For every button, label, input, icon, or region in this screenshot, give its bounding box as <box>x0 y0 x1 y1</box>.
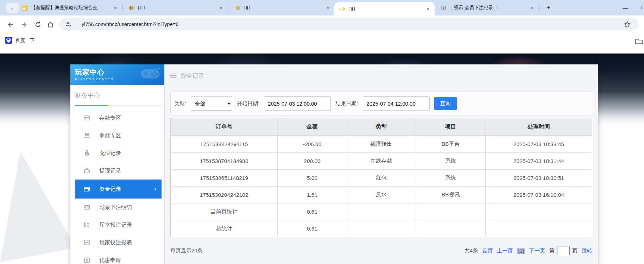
reload-button[interactable] <box>33 20 43 30</box>
browser-tab-strip: ⌄ 【新提醒】海燕策略论坛综合交 × HH × HH × <box>0 0 644 15</box>
url-text[interactable]: yl756.com/hhcp/usercenter.html?iniType=6 <box>82 21 178 27</box>
sidebar-item-withdrawal-records[interactable]: 提现记录 <box>75 162 162 180</box>
tab-title: 【新提醒】海燕策略论坛综合交 <box>31 5 112 11</box>
baidu-paw-icon <box>5 37 12 44</box>
type-select[interactable]: 全部 <box>191 96 232 111</box>
tab-divider <box>122 5 123 11</box>
end-date-label: 结束日期: <box>335 100 358 107</box>
tab-forum[interactable]: 【新提醒】海燕策略论坛综合交 × <box>17 0 122 15</box>
cell-amount: 1.61 <box>278 187 347 203</box>
address-bar[interactable]: yl756.com/hhcp/usercenter.html?iniType=6 <box>59 18 639 30</box>
bookmarks-bar: 百度一下 <box>0 33 644 49</box>
per-page-text: 每页显示20条 <box>170 247 203 254</box>
first-page-link[interactable]: 首页 <box>482 247 493 254</box>
cell-time: 2025-07-03 18:33:45 <box>485 136 592 153</box>
hall-bet-list-icon <box>83 221 90 228</box>
tab-divider <box>228 5 228 11</box>
back-arrow-icon <box>6 21 13 28</box>
home-button[interactable] <box>45 20 55 30</box>
tab-hh-active[interactable]: HH × <box>334 2 435 15</box>
cell-amount: 5.00 <box>278 170 347 187</box>
col-header-order: 订单号 <box>171 118 278 136</box>
section-title: 财务中心 <box>75 91 162 100</box>
search-button[interactable]: 查询 <box>434 97 457 110</box>
money-bag-icon <box>83 150 90 157</box>
cell-order: 1751530204242102 <box>171 187 278 203</box>
reload-icon <box>34 21 42 28</box>
table-row: 1751538704134980 200.00 在线存款 系统 2025-07-… <box>171 153 592 170</box>
filter-bar: 类型: 全部 开始日期: 结束日期: 查询 <box>170 92 592 115</box>
cell-amount: 200.00 <box>278 153 347 170</box>
table-summary-row-total: 总统计 0.61 <box>171 220 592 237</box>
col-header-time: 处理时间 <box>485 118 592 136</box>
close-icon[interactable]: × <box>529 5 535 11</box>
forward-button[interactable] <box>20 20 30 30</box>
section-underline <box>75 105 162 106</box>
sidebar-item-deposit-zone[interactable]: 存款专区 <box>75 109 162 127</box>
sidebar-item-player-bet-report[interactable]: 玩家投注报表 <box>75 234 162 251</box>
cell-project: 系统 <box>416 170 486 187</box>
table-header-row: 订单号 金额 类型 项目 处理时间 <box>171 118 592 136</box>
promo-yen-icon <box>83 257 90 264</box>
page-jump-input[interactable] <box>557 246 570 255</box>
close-icon[interactable]: × <box>425 6 431 12</box>
jump-suffix-label: 页 <box>572 247 577 254</box>
cell-order: 1751538704134980 <box>171 153 278 170</box>
hh-logo-icon <box>234 5 240 11</box>
close-icon[interactable]: × <box>112 5 119 11</box>
cell-time <box>485 220 592 237</box>
cell-type: 红包 <box>347 170 416 187</box>
funds-record-table: 订单号 金额 类型 项目 处理时间 1751538824291115 -206.… <box>170 118 592 237</box>
current-page-link[interactable]: [1] <box>517 248 525 254</box>
back-button[interactable] <box>5 20 15 30</box>
sidebar-item-label: 提现记录 <box>99 167 121 175</box>
funds-record-icon <box>83 186 90 193</box>
end-date-input[interactable] <box>363 96 430 111</box>
finance-section: 财务中心 <box>75 85 162 106</box>
next-page-link[interactable]: 下一页 <box>529 247 545 254</box>
page-title: 资金记录 <box>180 72 204 80</box>
bookmark-star-icon[interactable] <box>624 21 631 28</box>
cell-time <box>485 203 592 220</box>
col-header-project: 项目 <box>416 118 486 136</box>
forward-arrow-icon <box>21 21 28 28</box>
other-bookmarks-folder-icon[interactable] <box>635 38 643 45</box>
cell-type: 在线存款 <box>347 153 416 170</box>
sidebar-item-promo-application[interactable]: 优惠申请 <box>75 251 162 264</box>
bookmark-baidu[interactable]: 百度一下 <box>5 37 34 44</box>
table-row: 1751538824291115 -206.00 额度转出 BB平台 2025-… <box>171 136 592 153</box>
cell-type <box>347 220 416 237</box>
sidebar-item-label: 玩家投注报表 <box>99 239 132 246</box>
close-icon[interactable]: × <box>218 5 224 11</box>
hh-logo-icon <box>339 6 345 12</box>
sidebar-item-hall-bet-records[interactable]: 厅室投注记录 <box>75 216 162 234</box>
new-tab-button[interactable]: + <box>544 3 553 12</box>
sidebar-menu: 存款专区 取款专区 充值记录 <box>75 109 162 264</box>
withdraw-hand-icon <box>83 132 90 139</box>
site-info-icon[interactable] <box>65 21 72 27</box>
page-header: 资金记录 <box>170 72 592 80</box>
sidebar-item-lottery-bet-details[interactable]: 彩票下注明细 <box>75 199 162 216</box>
sidebar-item-withdraw-zone[interactable]: 取款专区 <box>75 127 162 144</box>
tab-video-records[interactable]: :::视讯 会员下注纪录::: × <box>436 0 538 15</box>
sidebar-item-label: 充值记录 <box>99 150 121 157</box>
close-icon[interactable]: × <box>324 5 331 11</box>
deposit-card-icon <box>83 114 90 121</box>
hh-logo-icon <box>129 5 135 11</box>
wallet-icon <box>83 167 90 174</box>
sidebar-item-recharge-records[interactable]: 充值记录 <box>75 144 162 162</box>
tab-hh-1[interactable]: HH × <box>124 0 228 15</box>
prev-page-link[interactable]: 上一页 <box>497 247 513 254</box>
cell-order: 当前页统计 <box>171 203 278 220</box>
main-content: 资金记录 类型: 全部 开始日期: 结束日期: 查询 订单号 金额 类型 项目 <box>164 64 598 264</box>
start-date-input[interactable] <box>264 96 331 111</box>
tab-hh-2[interactable]: HH × <box>229 0 334 15</box>
jump-button[interactable]: 跳转 <box>582 247 592 254</box>
cell-amount: -206.00 <box>278 136 347 153</box>
window-maximize-button[interactable]: ▢ <box>638 3 644 13</box>
forum-icon <box>22 5 28 11</box>
sidebar-item-funds-records[interactable]: 资金记录 › <box>75 180 162 199</box>
table-summary-row-page: 当前页统计 0.61 <box>171 203 592 220</box>
cell-project <box>416 220 486 237</box>
window-minimize-button[interactable]: — <box>620 3 631 13</box>
